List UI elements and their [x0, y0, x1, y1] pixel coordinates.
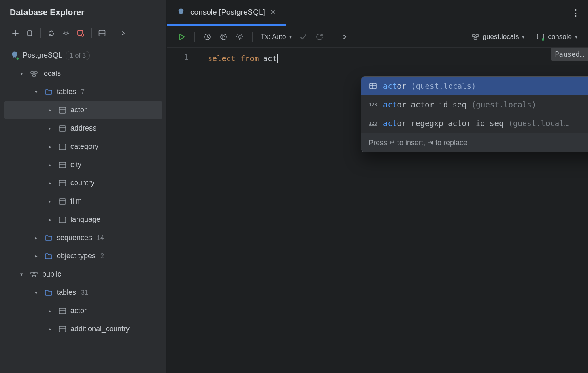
schema-selector[interactable]: guest.locals ▾: [469, 33, 527, 41]
svg-rect-0: [28, 31, 32, 36]
chevron-right-icon: ▸: [45, 198, 54, 204]
disconnect-button[interactable]: [74, 27, 87, 40]
explain-plan-button[interactable]: P: [217, 30, 230, 44]
keyword-select: select: [207, 54, 236, 63]
table-node-film[interactable]: ▸ film: [4, 192, 162, 210]
svg-rect-25: [472, 35, 475, 36]
refresh-button[interactable]: [45, 27, 58, 40]
tab-options-button[interactable]: ⋮: [568, 8, 584, 18]
datasource-name: PostgreSQL: [23, 51, 62, 60]
group-count: 2: [99, 253, 104, 260]
commit-button[interactable]: [296, 30, 310, 44]
chevron-right-icon: ▸: [45, 180, 54, 186]
settings-button[interactable]: [60, 27, 72, 40]
group-count: 31: [79, 289, 88, 296]
sidebar-title: Database Explorer: [0, 0, 166, 24]
schema-icon: [29, 69, 39, 79]
svg-text:P: P: [222, 35, 225, 39]
code-line-1[interactable]: select from act: [206, 52, 588, 64]
completion-match: act: [383, 119, 397, 128]
duplicate-button[interactable]: [23, 27, 36, 40]
chevron-right-icon: ▸: [45, 107, 54, 113]
postgres-icon: [10, 51, 19, 60]
table-node-language[interactable]: ▸ language: [4, 210, 162, 229]
table-node-city[interactable]: ▸ city: [4, 156, 162, 174]
group-node-sequences[interactable]: ▸ sequences 14: [4, 229, 162, 247]
schema-selector-label: guest.locals: [483, 33, 519, 41]
group-label: sequences: [57, 234, 92, 242]
table-node-country[interactable]: ▸ country: [4, 174, 162, 192]
completion-match: act: [383, 81, 397, 90]
svg-rect-9: [59, 107, 66, 113]
svg-rect-18: [33, 275, 36, 277]
svg-rect-26: [476, 35, 479, 36]
completion-match: act: [383, 100, 397, 109]
overflow-button[interactable]: [338, 30, 352, 44]
svg-rect-13: [59, 180, 66, 186]
editor-pane: console [PostgreSQL] ✕ ⋮ P Tx: Auto: [167, 0, 588, 373]
group-node-tables[interactable]: ▾ tables 7: [4, 83, 162, 101]
console-settings-button[interactable]: [233, 30, 247, 44]
svg-rect-27: [474, 38, 477, 39]
table-icon: [58, 178, 67, 188]
close-tab-button[interactable]: ✕: [270, 8, 276, 17]
table-node-public-additional-country[interactable]: ▸ additional_country: [4, 320, 162, 338]
table-label: actor: [70, 106, 87, 114]
chevron-down-icon: ▾: [17, 271, 26, 277]
run-button[interactable]: [175, 30, 189, 44]
svg-rect-8: [33, 75, 36, 76]
chevron-down-icon: ▾: [32, 89, 40, 95]
tab-console[interactable]: console [PostgreSQL] ✕: [167, 0, 286, 26]
completion-item[interactable]: actor (guest.locals) PostgreSQL: [361, 77, 588, 95]
toolbar-separator: [194, 32, 195, 42]
editor-toolbar: P Tx: Auto ▾ guest.local: [167, 26, 588, 48]
table-node-category[interactable]: ▸ category: [4, 137, 162, 156]
rollback-button[interactable]: [313, 30, 326, 44]
group-label: tables: [57, 88, 76, 96]
database-tree[interactable]: PostgreSQL 1 of 3 ▾ locals ▾ tables: [0, 45, 166, 373]
folder-icon: [44, 288, 53, 298]
toolbar-separator: [40, 28, 41, 38]
gutter: 1: [167, 48, 206, 373]
schema-node-public[interactable]: ▾ public: [4, 265, 162, 283]
table-label: additional_country: [70, 325, 130, 333]
chevron-right-icon: ▸: [45, 217, 54, 223]
table-node-actor[interactable]: ▸ actor: [4, 101, 162, 119]
view-mode-button[interactable]: [96, 27, 109, 40]
table-label: address: [70, 124, 96, 133]
session-selector[interactable]: console ▾: [534, 33, 580, 41]
table-node-address[interactable]: ▸ address: [4, 119, 162, 137]
completion-item[interactable]: 123 actor_regegxp_actor_id_seq (guest.lo…: [361, 114, 588, 133]
history-button[interactable]: [200, 30, 214, 44]
chevron-right-icon: ▸: [45, 144, 54, 150]
datasource-counter: 1 of 3: [66, 51, 90, 60]
group-node-object-types[interactable]: ▸ object types 2: [4, 247, 162, 265]
table-icon: [58, 324, 67, 334]
add-datasource-button[interactable]: [9, 27, 22, 40]
analysis-status: Paused…: [551, 48, 588, 61]
svg-rect-17: [34, 272, 37, 274]
datasource-node[interactable]: PostgreSQL 1 of 3: [4, 46, 162, 64]
group-label: tables: [57, 288, 76, 297]
completion-hint: Press ↵ to insert, ⇥ to replace: [369, 138, 467, 147]
table-label: language: [70, 215, 100, 224]
svg-rect-10: [59, 126, 66, 131]
table-label: film: [70, 197, 82, 206]
table-node-public-actor[interactable]: ▸ actor: [4, 302, 162, 320]
svg-point-24: [239, 36, 241, 38]
svg-rect-6: [31, 72, 34, 73]
group-count: 14: [95, 234, 104, 242]
completion-context: (guest.local…: [508, 119, 569, 128]
svg-rect-7: [34, 72, 37, 73]
line-number: 1: [167, 52, 189, 61]
completion-item[interactable]: 123 actor_actor_id_seq (guest.locals) Po…: [361, 95, 588, 114]
toolbar-separator: [91, 28, 92, 38]
more-button[interactable]: [117, 27, 130, 40]
schema-node-locals[interactable]: ▾ locals: [4, 64, 162, 83]
chevron-right-icon: ▸: [45, 162, 54, 168]
group-node-tables-public[interactable]: ▾ tables 31: [4, 283, 162, 302]
identifier-act: act: [263, 54, 277, 63]
table-label: actor: [70, 307, 87, 315]
completion-popup[interactable]: actor (guest.locals) PostgreSQL 123 acto…: [361, 76, 588, 152]
tx-mode-dropdown[interactable]: Tx: Auto ▾: [258, 33, 294, 41]
